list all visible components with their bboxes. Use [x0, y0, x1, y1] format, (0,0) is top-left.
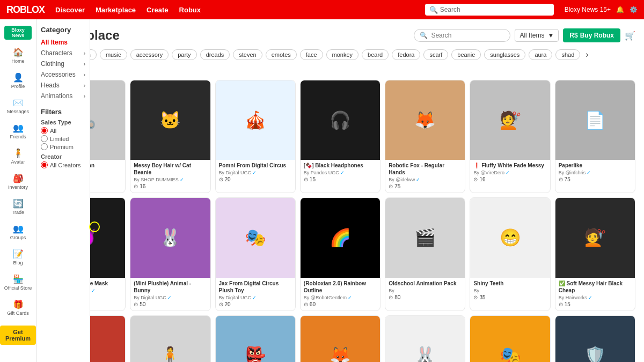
item-card[interactable]: 🌈 (Robloxian 2.0) Rainbow Outline By @Ro… [300, 197, 380, 311]
sidebar-item-trade[interactable]: 🔄 Trade [2, 195, 34, 218]
tag-pill-accessory[interactable]: accessory [130, 49, 169, 60]
item-card[interactable]: 👺 Jogo Curse Face By PUFFALY ✓ ⊙ 50 [215, 315, 296, 362]
item-price: ⊙ 60 [304, 301, 377, 307]
item-card[interactable]: 🎧 [🍫] Black Headphones By Pandos UGC ✓ ⊙… [300, 80, 380, 193]
item-info: (Robloxian 2.0) Rainbow Outline By @Robo… [301, 278, 380, 311]
price-icon: ⊙ [219, 176, 223, 182]
settings-icon[interactable]: ⚙️ [630, 6, 638, 13]
cat-heads[interactable]: Heads › [41, 80, 85, 91]
cart-icon[interactable]: 🛒 [625, 31, 635, 41]
item-info: ✅ Soft Messy Hair Black Cheap By Hairwor… [555, 278, 635, 311]
cat-accessories[interactable]: Accessories › [41, 69, 85, 80]
item-card[interactable]: 😁 Shiny Teeth By ⊙ 35 [470, 197, 550, 311]
item-image: 🎭 [216, 198, 295, 277]
filter-all-creators[interactable]: All Creators [41, 161, 85, 168]
item-price: ⊙ 15 [304, 176, 377, 182]
filter-label: All Items [519, 32, 544, 39]
item-info: ❗ Fluffy White Fade Messy By @VireDero ✓… [470, 160, 550, 186]
item-creator: By Digital UGC ✓ [134, 295, 207, 300]
price-icon: ⊙ [134, 301, 138, 307]
item-card[interactable]: 🎬 Oldschool Animation Pack By ⊙ 80 [385, 197, 465, 311]
tag-pill-dreads[interactable]: dreads [200, 49, 230, 60]
item-price: ⊙ 16 [134, 183, 207, 189]
cat-characters[interactable]: Characters › [41, 48, 85, 58]
tag-pill-aura[interactable]: aura [529, 49, 552, 60]
top-search-input[interactable] [440, 4, 550, 16]
tag-pill-party[interactable]: party [172, 49, 196, 60]
nav-create[interactable]: Create [147, 6, 168, 14]
roblox-logo: ROBLOX [6, 4, 45, 16]
tag-pill-scarf[interactable]: scarf [423, 49, 448, 60]
item-card[interactable]: 🧍 Robloxian 2.0 By ⊙ 15 [130, 315, 210, 362]
tag-pill-sunglasses[interactable]: sunglasses [484, 49, 525, 60]
tag-pill-face[interactable]: face [300, 49, 323, 60]
sales-type-label: Sales Type [41, 119, 85, 125]
sidebar-item-blog[interactable]: 📝 Blog [2, 246, 34, 269]
marketplace-search-input[interactable] [431, 32, 504, 39]
buy-robux-button[interactable]: R$ Buy Robux [563, 28, 620, 42]
left-sidebar: Bloxy News 🏠 Home 👤 Profile ✉️ Messages … [0, 19, 36, 362]
get-premium-button[interactable]: Get Premium [0, 326, 36, 345]
sidebar-item-messages[interactable]: ✉️ Messages [2, 94, 34, 117]
price-value: 75 [565, 176, 570, 182]
item-card[interactable]: 🦊 Foxy head By Chubby Carrots ✓ ⊙ 50 [300, 315, 380, 362]
cat-clothing[interactable]: Clothing › [41, 58, 85, 69]
sidebar-item-avatar[interactable]: 🧍 Avatar [2, 145, 34, 168]
sidebar-item-official-store[interactable]: 🏪 Official Store [2, 271, 34, 294]
notification-icon[interactable]: 🔔 [616, 6, 624, 13]
tag-pill-fedora[interactable]: fedora [392, 49, 420, 60]
sidebar-item-inventory[interactable]: 🎒 Inventory [2, 170, 34, 193]
item-card[interactable]: 🦊 Robotic Fox - Regular Hands By @idelww… [385, 80, 465, 193]
item-card[interactable]: 🐰 (Mini Plushie) Animal - Bunny By Digit… [130, 197, 210, 311]
all-items-dropdown[interactable]: All Items ▼ [515, 29, 559, 42]
main-content: Marketplace 🔍 All Items ▼ R$ Buy Robux 🛒 [36, 19, 644, 362]
sidebar-item-home[interactable]: 🏠 Home [2, 44, 34, 67]
bloxy-news-logo[interactable]: Bloxy News [4, 26, 32, 40]
tag-pill-shad[interactable]: shad [555, 49, 580, 60]
sidebar-item-gift-cards[interactable]: 🎁 Gift Cards [2, 296, 34, 319]
sidebar-item-friends[interactable]: 👥 Friends [2, 120, 34, 143]
item-price: ⊙ 16 [473, 176, 546, 182]
sidebar-label-home: Home [11, 58, 24, 64]
tags-next-arrow[interactable]: › [586, 50, 588, 60]
tag-pill-steven[interactable]: steven [233, 49, 262, 60]
item-info: Shiny Teeth By ⊙ 35 [470, 278, 550, 304]
item-creator: By [473, 288, 546, 293]
creator-label: Creator [41, 153, 85, 160]
item-card[interactable]: 🐰 Grunge hair w/ bunny beanie in By @Arc… [385, 315, 465, 362]
cat-animations[interactable]: Animations › [41, 91, 85, 101]
cat-all-items[interactable]: All Items [41, 37, 85, 48]
profile-icon: 👤 [13, 72, 24, 83]
item-card[interactable]: 🎭 Cartoony Rainbow Minions: By @penguim2… [470, 315, 550, 362]
top-search[interactable]: 🔍 [425, 4, 554, 16]
nav-links: Discover Marketplace Create Robux [55, 6, 414, 14]
marketplace-search[interactable]: 🔍 [414, 29, 510, 42]
item-card[interactable]: 🎭 Jax From Digital Circus Plush Toy By D… [215, 197, 296, 311]
filter-all[interactable]: All [41, 127, 85, 134]
blog-icon: 📝 [13, 249, 24, 259]
item-card[interactable]: 🐱 Messy Boy Hair w/ Cat Beanie By SHOP D… [130, 80, 210, 193]
sidebar-item-groups[interactable]: 👥 Groups [2, 220, 34, 243]
item-card[interactable]: 💇 ❗ Fluffy White Fade Messy By @VireDero… [470, 80, 550, 193]
nav-marketplace[interactable]: Marketplace [96, 6, 136, 14]
tag-pill-beard[interactable]: beard [362, 49, 389, 60]
item-price: ⊙ 15 [559, 301, 632, 307]
tag-pill-emotes[interactable]: emotes [266, 49, 297, 60]
filter-limited[interactable]: Limited [41, 135, 85, 142]
tag-pill-beanie[interactable]: beanie [451, 49, 481, 60]
filter-premium[interactable]: Premium [41, 143, 85, 150]
tag-pill-monkey[interactable]: monkey [326, 49, 359, 60]
tag-pill-music[interactable]: music [100, 49, 127, 60]
item-info: Messy Boy Hair w/ Cat Beanie By SHOP DUM… [130, 160, 210, 193]
nav-discover[interactable]: Discover [55, 6, 85, 14]
sidebar-item-profile[interactable]: 👤 Profile [2, 69, 34, 92]
item-info: Robotic Fox - Regular Hands By @idelww ✓… [385, 160, 465, 193]
item-creator: By SHOP DUMMIES ✓ [134, 177, 207, 182]
item-card[interactable]: 📄 Paperlike By @infchris ✓ ⊙ 75 [555, 80, 635, 193]
robux-icon: R$ [569, 32, 577, 39]
item-card[interactable]: 💇 ✅ Soft Messy Hair Black Cheap By Hairw… [555, 197, 635, 311]
item-card[interactable]: 🛡️ SCP Tactical Body Armor - By Protopol… [555, 315, 635, 362]
item-name: Jax From Digital Circus Plush Toy [219, 280, 292, 294]
nav-robux[interactable]: Robux [179, 6, 201, 14]
item-card[interactable]: 🎪 Pomni From Digital Circus By Digital U… [215, 80, 296, 193]
